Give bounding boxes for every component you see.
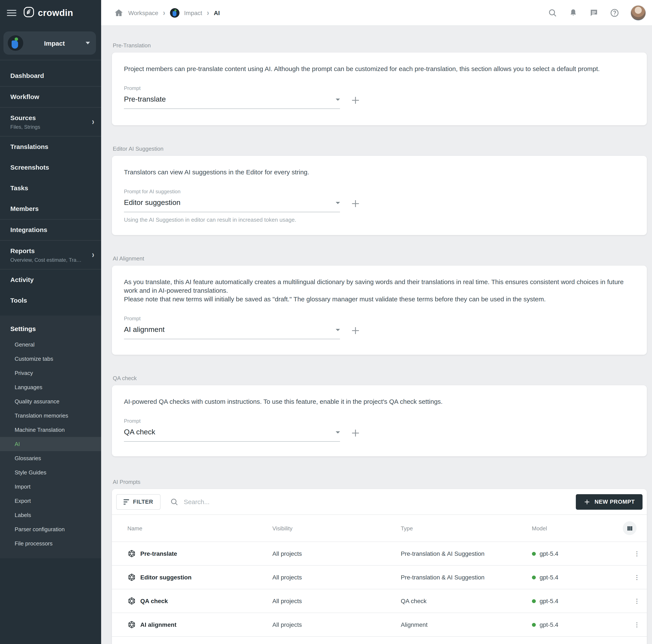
- settings-nav-item[interactable]: Style Guides: [0, 465, 101, 480]
- settings-nav-item-label: Style Guides: [15, 469, 46, 476]
- prompt-field-label: Prompt: [124, 85, 340, 91]
- row-menu-icon[interactable]: ⋮: [623, 565, 647, 589]
- sidebar-item-label: Tasks: [10, 184, 28, 192]
- prompt-select[interactable]: Pre-translate: [124, 93, 340, 109]
- editor-suggestion-prompt-field: Prompt for AI suggestion Editor suggesti…: [124, 189, 340, 212]
- select-caret-icon: [336, 329, 340, 331]
- home-icon[interactable]: [114, 8, 124, 18]
- prompt-field-label: Prompt: [124, 316, 340, 322]
- sidebar-item[interactable]: Members: [0, 198, 101, 219]
- next-page-icon[interactable]: [157, 643, 166, 644]
- add-prompt-icon[interactable]: [350, 95, 361, 105]
- chevron-right-icon: ›: [92, 117, 94, 127]
- model-status-dot: [532, 575, 536, 579]
- previous-page-icon[interactable]: [141, 643, 150, 644]
- table-row[interactable]: Pre-translate All projects Pre-translati…: [112, 542, 647, 565]
- prompt-visibility: All projects: [272, 589, 401, 613]
- column-header-name[interactable]: Name: [112, 515, 272, 542]
- sidebar-item[interactable]: Reports Overview, Cost estimate, Transl……: [0, 241, 101, 269]
- sidebar-item[interactable]: Tasks: [0, 178, 101, 198]
- settings-nav-item[interactable]: File processors: [0, 536, 101, 551]
- column-settings-icon[interactable]: [623, 521, 636, 535]
- settings-nav-item[interactable]: Glossaries: [0, 451, 101, 465]
- prompt-model: gpt-5.4: [540, 621, 558, 628]
- sidebar-item-label: Tools: [10, 297, 27, 304]
- column-header-type[interactable]: Type: [401, 515, 532, 542]
- add-prompt-icon[interactable]: [350, 428, 361, 438]
- user-avatar[interactable]: [630, 5, 646, 21]
- sidebar-item[interactable]: Sources Files, Strings ›: [0, 108, 101, 136]
- settings-nav-item[interactable]: Privacy: [0, 366, 101, 380]
- sidebar-item[interactable]: Translations: [0, 136, 101, 157]
- add-prompt-icon[interactable]: [350, 198, 361, 209]
- row-menu-icon[interactable]: ⋮: [623, 542, 647, 565]
- prompts-toolbar: FILTER NEW PROMPT: [112, 489, 647, 515]
- search-icon[interactable]: [548, 8, 557, 18]
- notifications-icon[interactable]: [569, 8, 578, 18]
- search-input[interactable]: [183, 498, 576, 506]
- new-prompt-button[interactable]: NEW PROMPT: [576, 494, 643, 509]
- sidebar-item[interactable]: Dashboard: [0, 65, 101, 86]
- settings-nav-item[interactable]: Labels: [0, 508, 101, 522]
- breadcrumb-workspace[interactable]: Workspace: [128, 9, 158, 16]
- sidebar: crowdin Impact Dashboard: [0, 0, 101, 644]
- settings-nav-item[interactable]: Import: [0, 480, 101, 494]
- sidebar-item[interactable]: Screenshots: [0, 157, 101, 178]
- breadcrumb-chevron-icon: ›: [163, 8, 165, 17]
- breadcrumb-project[interactable]: Impact: [184, 9, 202, 16]
- crowdin-logo[interactable]: crowdin: [23, 6, 73, 19]
- section-label-pre-translation: Pre-Translation: [113, 42, 647, 49]
- openai-icon: [127, 573, 136, 582]
- breadcrumb-current: AI: [214, 9, 220, 16]
- prompt-type: QA check: [401, 589, 532, 613]
- sidebar-item[interactable]: Workflow: [0, 86, 101, 107]
- openai-icon: [127, 597, 136, 605]
- messages-icon[interactable]: [589, 8, 599, 18]
- settings-nav-item[interactable]: Quality assurance: [0, 394, 101, 408]
- settings-nav-item-label: Parser configuration: [15, 526, 65, 533]
- editor-suggestion-description: Translators can view AI suggestions in t…: [124, 168, 635, 177]
- prompt-select[interactable]: Editor suggestion: [124, 197, 340, 212]
- table-row[interactable]: QA check All projects QA check gpt-5.4: [112, 589, 647, 613]
- settings-nav-item-label: Glossaries: [15, 455, 41, 461]
- column-header-model[interactable]: Model: [532, 515, 623, 542]
- settings-nav: General Customize tabs Privacy Languages: [0, 338, 101, 551]
- row-menu-icon[interactable]: ⋮: [623, 589, 647, 613]
- prompt-model: gpt-5.4: [540, 597, 558, 605]
- last-page-icon[interactable]: [172, 643, 182, 644]
- settings-nav-item[interactable]: Customize tabs: [0, 352, 101, 366]
- sidebar-item-label: Workflow: [10, 93, 39, 100]
- settings-nav-item[interactable]: AI: [0, 437, 101, 451]
- settings-nav-item[interactable]: Export: [0, 494, 101, 508]
- table-row[interactable]: AI alignment All projects Alignment gpt-…: [112, 613, 647, 637]
- menu-icon[interactable]: [7, 10, 16, 16]
- settings-nav-item-label: Customize tabs: [15, 355, 53, 362]
- filter-button[interactable]: FILTER: [116, 494, 161, 509]
- settings-nav-item[interactable]: Parser configuration: [0, 522, 101, 536]
- project-selector[interactable]: Impact: [3, 31, 96, 55]
- first-page-icon[interactable]: [125, 643, 134, 644]
- sidebar-item[interactable]: Tools: [0, 290, 101, 311]
- settings-nav-item[interactable]: Languages: [0, 380, 101, 394]
- prompts-search: [170, 498, 576, 506]
- crowdin-logo-text: crowdin: [38, 8, 73, 18]
- prompt-select[interactable]: AI alignment: [124, 324, 340, 339]
- prompt-select-value: AI alignment: [124, 325, 336, 334]
- sidebar-item[interactable]: Activity: [0, 269, 101, 290]
- settings-nav-item[interactable]: Machine Translation: [0, 423, 101, 437]
- row-menu-icon[interactable]: ⋮: [623, 613, 647, 637]
- settings-nav-item-label: General: [15, 341, 35, 348]
- prompt-select-value: Pre-translate: [124, 95, 336, 104]
- column-header-visibility[interactable]: Visibility: [272, 515, 401, 542]
- sidebar-item[interactable]: Integrations: [0, 219, 101, 240]
- add-prompt-icon[interactable]: [350, 325, 361, 336]
- prompt-select[interactable]: QA check: [124, 426, 340, 442]
- settings-nav-item[interactable]: General: [0, 338, 101, 352]
- select-caret-icon: [336, 98, 340, 101]
- pre-translation-description: Project members can pre-translate conten…: [124, 64, 635, 73]
- help-icon[interactable]: [610, 8, 619, 18]
- table-row[interactable]: Editor suggestion All projects Pre-trans…: [112, 565, 647, 589]
- project-name: Impact: [23, 39, 86, 47]
- settings-nav-item[interactable]: Translation memories: [0, 408, 101, 423]
- filter-button-label: FILTER: [133, 499, 153, 505]
